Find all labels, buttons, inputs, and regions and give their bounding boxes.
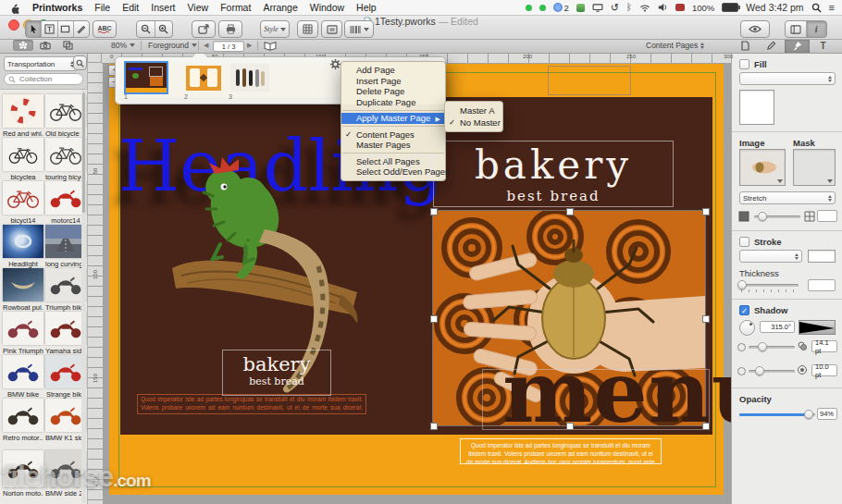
selection-handle[interactable] (702, 315, 710, 323)
submenu-item-master-a[interactable]: Master A (445, 104, 502, 117)
bluetooth-icon[interactable]: ᛒ (626, 3, 632, 12)
menu-item-apply-master-page[interactable]: Apply Master Page ▶ (341, 113, 445, 124)
menu-window[interactable]: Window (310, 2, 344, 13)
spotlight-icon[interactable] (811, 3, 822, 13)
asset-item[interactable]: bicycl14 (3, 181, 43, 225)
app-status-icon[interactable] (576, 4, 585, 12)
select-tool-button[interactable] (26, 21, 42, 37)
image-well[interactable] (739, 149, 786, 186)
shadow-offset-slider[interactable] (749, 346, 795, 349)
view-eye-button[interactable] (740, 20, 770, 38)
asset-item[interactable]: Pink Triumph (3, 312, 43, 355)
collection-search-field[interactable] (4, 73, 83, 85)
menu-item-select-all-pages[interactable]: Select All Pages (341, 156, 445, 167)
menu-help[interactable]: Help (356, 2, 377, 13)
stroke-type-dropdown[interactable] (739, 250, 802, 263)
shadow-blur-slider-thumb[interactable] (755, 366, 764, 375)
page-thumbnail-3[interactable] (230, 64, 269, 92)
menu-file[interactable]: File (94, 2, 110, 13)
thickness-field[interactable] (808, 279, 836, 291)
inspector-toggle-button[interactable]: i (807, 21, 827, 37)
selection-handle[interactable] (430, 315, 438, 323)
apple-menu-icon[interactable] (9, 2, 20, 14)
wifi-icon[interactable] (639, 4, 650, 12)
menu-view[interactable]: View (188, 2, 209, 13)
inspector-tab-document[interactable] (733, 39, 758, 53)
asset-item[interactable]: BMW K1 side (45, 399, 86, 442)
thickness-slider-thumb[interactable] (737, 280, 747, 289)
opacity-field[interactable]: 94% (817, 408, 837, 420)
bakery-box-left[interactable]: bakery best bread (222, 350, 331, 396)
selection-handle[interactable] (430, 208, 438, 215)
opacity-slider-thumb[interactable] (804, 410, 813, 419)
menu-item-master-pages[interactable]: Master Pages (341, 140, 445, 151)
menu-item-duplicate-page[interactable]: Duplicate Page (341, 97, 445, 108)
keyboard-status-icon[interactable] (675, 4, 685, 11)
stroke-checkbox[interactable] (739, 237, 749, 247)
asset-item[interactable]: long curving... (45, 225, 86, 268)
volume-icon[interactable] (658, 3, 668, 12)
shadow-offset-slider-thumb[interactable] (758, 342, 767, 351)
image-dark-icon[interactable] (738, 211, 749, 222)
share-button[interactable] (192, 20, 216, 38)
selection-handle[interactable] (702, 208, 710, 215)
table-button[interactable] (297, 20, 318, 38)
mask-well[interactable] (793, 149, 836, 186)
print-button[interactable] (218, 20, 242, 38)
page-indicator-field[interactable]: 1 / 3 (213, 41, 244, 52)
tab-photos[interactable] (35, 40, 56, 51)
menu-edit[interactable]: Edit (122, 2, 139, 13)
notification-center-icon[interactable]: ≡ (829, 2, 835, 13)
asset-item[interactable]: touring bicyc... (45, 138, 86, 181)
menu-item-insert-page[interactable]: Insert Page (341, 76, 445, 87)
fill-checkbox[interactable] (739, 59, 749, 69)
thickness-slider[interactable] (739, 284, 799, 287)
page-thumbnail-1[interactable] (126, 63, 167, 92)
submenu-item-no-master[interactable]: ✓ No Master (445, 117, 502, 129)
asset-item[interactable]: Red and whi... (3, 94, 43, 138)
asset-item[interactable]: Yamaha side... (45, 312, 86, 355)
asset-item[interactable]: Old bicycle L2 (45, 94, 86, 138)
asset-item[interactable]: Strange bike (45, 355, 86, 399)
asset-item[interactable]: BMW bike (3, 355, 43, 399)
fill-type-dropdown[interactable] (739, 72, 836, 85)
inspector-tab-brush[interactable] (785, 39, 810, 53)
menu-item-add-page[interactable]: Add Page (341, 65, 445, 76)
shadow-angle-field[interactable]: 315.0° (760, 321, 795, 333)
spellcheck-button[interactable]: ABC (93, 20, 117, 38)
display-status-icon[interactable] (592, 4, 603, 12)
menu-bar-clock[interactable]: Wed 3:42 pm (746, 2, 803, 13)
page-mode-dropdown[interactable]: Content Pages (646, 41, 704, 50)
search-input[interactable] (18, 74, 77, 84)
text-frame-tool-button[interactable] (42, 21, 57, 37)
selection-handle[interactable] (702, 423, 710, 430)
shadow-angle-dial[interactable] (739, 320, 755, 336)
zoom-out-icon[interactable] (137, 21, 155, 37)
selection-handle[interactable] (566, 208, 574, 215)
stroke-color-well[interactable] (808, 250, 836, 263)
bakery-box-right[interactable]: bakery best bread (433, 141, 674, 207)
barcode-dropdown[interactable] (344, 20, 374, 38)
next-page-button[interactable]: ▶ (247, 42, 252, 49)
menu-item-select-odd-even-pages[interactable]: Select Odd/Even Pages (341, 166, 445, 178)
menu-item-delete-page[interactable]: Delete Page (341, 86, 445, 97)
time-machine-icon[interactable]: ↺ (611, 3, 619, 12)
shadow-blur-field[interactable]: 10.0 pt (811, 364, 837, 376)
menu-insert[interactable]: Insert (151, 2, 175, 13)
sidebar-toggle-icon[interactable] (786, 21, 807, 37)
image-scale-field[interactable] (817, 210, 837, 222)
menu-printworks[interactable]: Printworks (32, 2, 82, 13)
sidebar-scrollbar[interactable] (81, 90, 86, 503)
asset-item[interactable]: Rowboat pul... (3, 268, 43, 312)
menu-item-content-pages[interactable]: ✓ Content Pages (341, 129, 445, 141)
shadow-checkbox[interactable]: ✓ (739, 305, 749, 315)
fill-color-well[interactable] (739, 90, 774, 125)
style-dropdown[interactable]: Style (260, 20, 290, 38)
pen-tool-button[interactable] (74, 21, 89, 37)
asset-item[interactable]: Triumph bike... (45, 268, 86, 312)
tab-shapes[interactable] (57, 40, 78, 51)
page-sorter-button[interactable] (264, 41, 277, 51)
zoom-level-dropdown[interactable]: 80% (111, 41, 135, 50)
asset-item[interactable]: bicyclea (3, 138, 43, 181)
category-dropdown[interactable]: Transportation (4, 56, 78, 71)
